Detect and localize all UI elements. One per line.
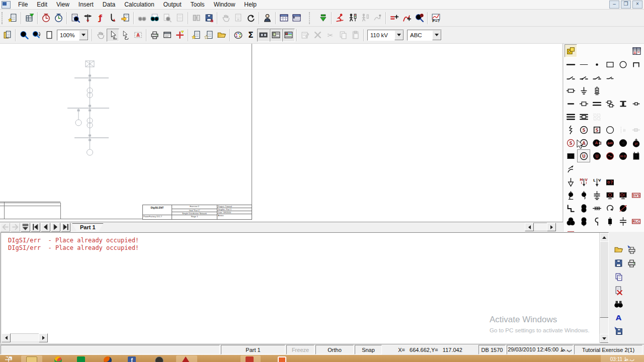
capacitor-bank-tool[interactable] bbox=[590, 189, 603, 202]
scroll-thumb[interactable] bbox=[600, 241, 609, 318]
ground-tool[interactable] bbox=[577, 84, 590, 97]
chrome-icon[interactable] bbox=[54, 356, 62, 362]
print-output-button[interactable] bbox=[625, 256, 638, 270]
scroll-left-button[interactable] bbox=[2, 333, 11, 342]
open-page-button[interactable] bbox=[215, 29, 228, 42]
phase-dropdown-arrow[interactable] bbox=[432, 30, 441, 40]
menu-view[interactable]: View bbox=[52, 1, 74, 9]
insert-page-button[interactable] bbox=[203, 29, 215, 42]
glasses-results-button[interactable]: > bbox=[148, 12, 161, 25]
undo-button[interactable] bbox=[245, 12, 257, 25]
menu-help[interactable]: Help bbox=[239, 1, 261, 9]
menu-data[interactable]: Data bbox=[98, 1, 120, 9]
short-terminal-tool[interactable] bbox=[564, 97, 577, 110]
async-machine-dfe-tool[interactable]: A bbox=[590, 136, 603, 149]
menu-edit[interactable]: Edit bbox=[32, 1, 52, 9]
page-next-button[interactable] bbox=[51, 223, 60, 232]
series-capacitor-tool[interactable] bbox=[616, 215, 629, 228]
zoom-dropdown-arrow[interactable] bbox=[79, 30, 88, 40]
delete-output-button[interactable] bbox=[612, 284, 625, 297]
paste-graphic-button[interactable] bbox=[1, 29, 14, 42]
new-graphic-page-button[interactable] bbox=[190, 29, 203, 42]
voltage-level-dropdown[interactable]: 110 kV bbox=[367, 30, 404, 41]
page-setup-button[interactable] bbox=[161, 29, 174, 42]
filter-c2-tool[interactable] bbox=[616, 189, 629, 202]
edit-relevant-objects-button[interactable] bbox=[23, 12, 36, 25]
fuse-tool[interactable] bbox=[564, 84, 577, 97]
player-icon[interactable] bbox=[181, 356, 190, 362]
zoom-in-button[interactable] bbox=[18, 29, 30, 42]
transformer-3w-tool[interactable] bbox=[564, 215, 577, 228]
restore-button[interactable]: ❐ bbox=[621, 1, 631, 9]
switch-c-tool[interactable] bbox=[590, 71, 603, 84]
break-button[interactable] bbox=[317, 12, 330, 25]
circle-shape-tool[interactable] bbox=[616, 58, 629, 71]
sync-machine-tool[interactable]: S bbox=[577, 123, 590, 136]
phase-shift-tool[interactable] bbox=[603, 202, 616, 215]
shunt-coil-tool[interactable] bbox=[564, 189, 577, 202]
facebook-icon[interactable]: f bbox=[128, 356, 136, 362]
current-source-tool[interactable]: U bbox=[590, 149, 603, 162]
svs-tool[interactable]: SVS bbox=[629, 189, 642, 202]
motor-load-tool[interactable]: MV bbox=[577, 175, 590, 189]
element-tool[interactable] bbox=[577, 97, 590, 110]
shunt-coil-2-tool[interactable] bbox=[577, 189, 590, 202]
phase-dropdown[interactable]: ABC bbox=[407, 30, 442, 41]
run-simulation-button[interactable] bbox=[346, 12, 359, 25]
single-line-diagram[interactable] bbox=[0, 44, 161, 164]
menu-file[interactable]: File bbox=[14, 1, 32, 9]
panel-grid-button[interactable] bbox=[257, 29, 270, 42]
short-circuit-button[interactable]: ƒ bbox=[94, 12, 107, 25]
general-load-tool[interactable] bbox=[564, 175, 577, 189]
menu-calculation[interactable]: Calculation bbox=[120, 1, 158, 9]
data-table-button[interactable] bbox=[630, 44, 643, 57]
pq-comparison-button[interactable]: P=? bbox=[430, 12, 442, 25]
neutral-earthing-tool[interactable] bbox=[590, 84, 603, 97]
scroll-down-button[interactable] bbox=[600, 334, 609, 343]
variable-speed-drive-tool[interactable]: AW bbox=[603, 136, 616, 149]
snap-toggle[interactable]: Snap bbox=[355, 345, 382, 354]
copy-output-button[interactable] bbox=[612, 270, 625, 284]
drawing-canvas[interactable]: DIgSILENT PowerFactory 13.1.7 Exercise 2… bbox=[0, 44, 563, 222]
voltage-dropdown-arrow[interactable] bbox=[394, 30, 404, 40]
store-icon[interactable] bbox=[77, 356, 85, 362]
sum-sigma-button[interactable]: Σ bbox=[245, 29, 257, 42]
scroll-left-button[interactable] bbox=[525, 223, 534, 231]
output-hscrollbar[interactable] bbox=[2, 333, 48, 341]
define-event-button[interactable] bbox=[388, 12, 400, 25]
page-prev-button[interactable] bbox=[41, 223, 50, 232]
print-button[interactable] bbox=[148, 29, 161, 42]
color-palette-button[interactable] bbox=[232, 29, 245, 42]
save-active-data-button[interactable]: a bbox=[203, 12, 215, 25]
line-tool[interactable] bbox=[577, 58, 590, 71]
start-button[interactable] bbox=[5, 356, 12, 362]
rectangle-tool[interactable] bbox=[603, 58, 616, 71]
toolbar-grip[interactable] bbox=[2, 12, 5, 24]
close-button[interactable]: × bbox=[632, 1, 642, 9]
switch-a-tool[interactable] bbox=[564, 71, 577, 84]
station-graphic-button[interactable] bbox=[565, 44, 577, 57]
date-time-red-button[interactable] bbox=[40, 12, 52, 25]
scroll-right-button[interactable] bbox=[547, 223, 556, 231]
ortho-toggle[interactable]: Ortho bbox=[315, 345, 354, 354]
transformer-2w-b-tool[interactable] bbox=[577, 215, 590, 228]
view-filter-button[interactable] bbox=[21, 223, 30, 232]
new-study-case-button[interactable] bbox=[7, 12, 19, 25]
filter-c1-tool[interactable] bbox=[603, 189, 616, 202]
export-doc-button[interactable] bbox=[119, 12, 132, 25]
app-red-icon[interactable] bbox=[246, 356, 254, 362]
start-simulation-button[interactable] bbox=[334, 12, 346, 25]
short-circuit-trace-button[interactable] bbox=[107, 12, 119, 25]
canvas-hscrollbar[interactable] bbox=[525, 223, 556, 231]
hook-element-tool[interactable] bbox=[590, 215, 603, 228]
data-manager-button[interactable] bbox=[278, 12, 290, 25]
load-question-tool[interactable]: ? bbox=[603, 175, 616, 189]
user-settings-button[interactable] bbox=[261, 12, 274, 25]
panel-detail-button[interactable] bbox=[270, 29, 282, 42]
output-vscrollbar[interactable] bbox=[599, 233, 608, 343]
font-a-button[interactable]: A bbox=[612, 311, 625, 324]
open-output-button[interactable] bbox=[612, 243, 625, 256]
mark-text-button[interactable]: A bbox=[132, 29, 144, 42]
taskbar-clock[interactable]: 03:11 ب.ظ bbox=[601, 355, 644, 362]
menu-window[interactable]: Window bbox=[209, 1, 240, 9]
